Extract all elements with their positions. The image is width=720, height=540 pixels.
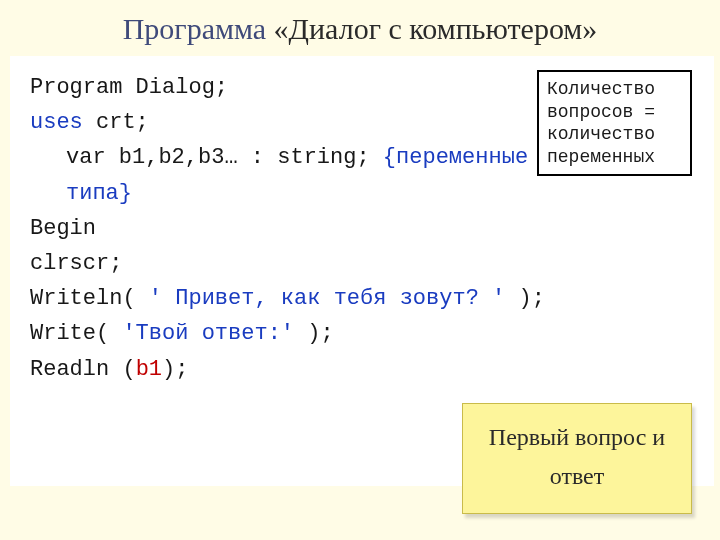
code-line-7: Write( 'Твой ответ:' ); [30,316,700,351]
slide: Программа «Диалог с компьютером» Program… [0,0,720,540]
slide-title: Программа «Диалог с компьютером» [0,0,720,52]
note-box: Количество вопросов = количество перемен… [537,70,692,176]
code-text: Writeln( [30,286,136,311]
code-text: var b1,b2,b3… : string; [66,145,383,170]
code-text: Write( [30,321,122,346]
code-text: ); [162,357,188,382]
variable-b1: b1 [136,357,162,382]
string-literal: ' Привет, как тебя зовут? ' [136,286,519,311]
code-text: ); [294,321,334,346]
code-line-4: Begin [30,211,700,246]
code-text: ); [519,286,545,311]
code-text: Readln ( [30,357,136,382]
keyword-uses: uses [30,110,83,135]
code-line-5: clrscr; [30,246,700,281]
title-word-2: «Диалог с компьютером» [274,12,598,45]
string-literal: 'Твой ответ:' [122,321,294,346]
code-line-6: Writeln( ' Привет, как тебя зовут? ' ); [30,281,700,316]
callout-yellow: Первый вопрос и ответ [462,403,692,514]
title-word-1: Программа [123,12,266,45]
code-text: crt; [83,110,149,135]
code-line-8: Readln (b1); [30,352,700,387]
